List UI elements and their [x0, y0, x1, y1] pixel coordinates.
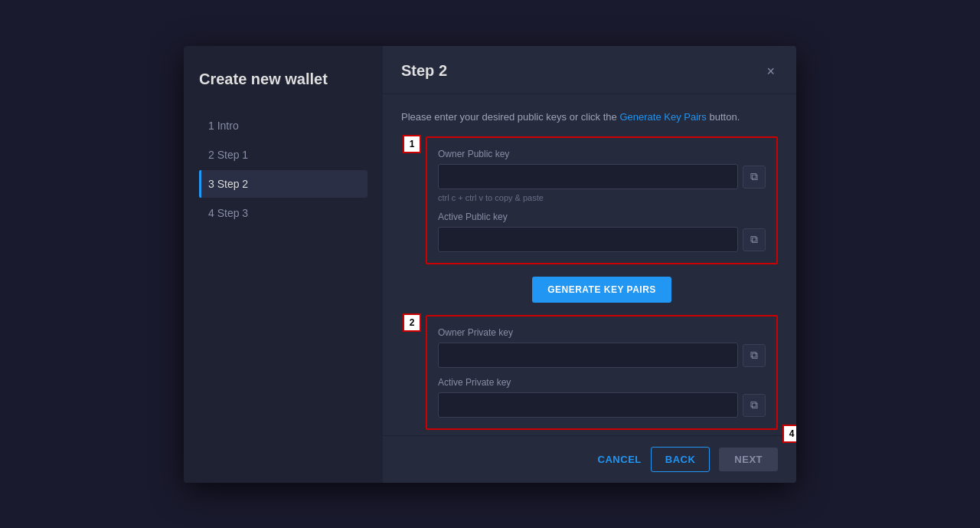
active-public-key-input[interactable] — [438, 227, 738, 252]
badge-1: 1 — [403, 135, 421, 153]
sidebar-item-step3[interactable]: 4 Step 3 — [199, 199, 368, 227]
sidebar-item-step1[interactable]: 2 Step 1 — [199, 141, 368, 169]
main-panel: Step 2 × Please enter your desired publi… — [383, 46, 796, 483]
active-private-key-input[interactable] — [438, 392, 738, 418]
copy-icon-4: ⧉ — [750, 398, 758, 412]
owner-public-key-group: Owner Public key ⧉ ctrl c + ctrl v to co… — [438, 149, 766, 202]
active-private-key-input-row: ⧉ — [438, 392, 766, 418]
sidebar: Create new wallet 1 Intro 2 Step 1 3 Ste… — [184, 46, 383, 483]
owner-private-key-input-row: ⧉ — [438, 343, 766, 368]
active-private-key-copy-button[interactable]: ⧉ — [743, 394, 766, 417]
copy-icon: ⧉ — [750, 170, 758, 183]
active-public-key-group: Active Public key ⧉ — [438, 212, 766, 252]
copy-icon-3: ⧉ — [750, 349, 758, 362]
modal-body: Please enter your desired public keys or… — [383, 94, 796, 435]
active-public-key-input-row: ⧉ — [438, 227, 766, 252]
sidebar-item-step2[interactable]: 3 Step 2 — [199, 170, 368, 198]
active-private-key-group: Active Private key ⧉ — [438, 377, 766, 418]
nav-list: 1 Intro 2 Step 1 3 Step 2 4 Step 3 — [199, 112, 368, 227]
section1-box: Owner Public key ⧉ ctrl c + ctrl v to co… — [426, 136, 778, 264]
owner-public-key-copy-button[interactable]: ⧉ — [743, 166, 766, 189]
modal-title: Step 2 — [401, 62, 447, 80]
back-button[interactable]: BACK — [651, 447, 710, 472]
sidebar-title: Create new wallet — [199, 69, 368, 89]
sidebar-item-intro[interactable]: 1 Intro — [199, 112, 368, 139]
modal-container: Create new wallet 1 Intro 2 Step 1 3 Ste… — [184, 46, 796, 483]
active-public-key-label: Active Public key — [438, 212, 766, 222]
generate-key-pairs-link[interactable]: Generate Key Pairs — [619, 111, 706, 123]
owner-private-key-copy-button[interactable]: ⧉ — [743, 344, 766, 367]
section2-box: Owner Private key ⧉ Active Private key — [426, 315, 778, 430]
owner-private-key-group: Owner Private key ⧉ — [438, 327, 766, 368]
owner-private-key-label: Owner Private key — [438, 327, 766, 338]
section1-wrapper: 1 Owner Public key ⧉ ctrl c + ctrl v — [426, 136, 778, 264]
copy-icon-2: ⧉ — [750, 233, 758, 246]
cancel-button[interactable]: CANCEL — [598, 454, 642, 465]
badge-4: 4 — [782, 425, 796, 443]
owner-private-key-input[interactable] — [438, 343, 738, 368]
badge-2: 2 — [403, 313, 421, 332]
instructions-text: Please enter your desired public keys or… — [401, 110, 778, 125]
section2-wrapper: 2 Owner Private key ⧉ — [426, 315, 778, 430]
hint-text: ctrl c + ctrl v to copy & paste — [438, 193, 766, 202]
active-private-key-label: Active Private key — [438, 377, 766, 388]
sections-container: 1 Owner Public key ⧉ ctrl c + ctrl v — [401, 136, 778, 435]
next-button[interactable]: NEXT — [719, 448, 778, 471]
generate-key-pairs-button[interactable]: GENERATE KEY PAIRS — [532, 277, 671, 303]
modal-header: Step 2 × — [383, 46, 796, 94]
close-button[interactable]: × — [763, 61, 778, 81]
owner-public-key-input[interactable] — [438, 164, 738, 189]
active-public-key-copy-button[interactable]: ⧉ — [743, 228, 766, 251]
modal-footer: CANCEL BACK NEXT 4 — [383, 435, 796, 483]
owner-public-key-label: Owner Public key — [438, 149, 766, 159]
next-button-wrapper: NEXT 4 — [719, 448, 778, 471]
owner-public-key-input-row: ⧉ — [438, 164, 766, 189]
